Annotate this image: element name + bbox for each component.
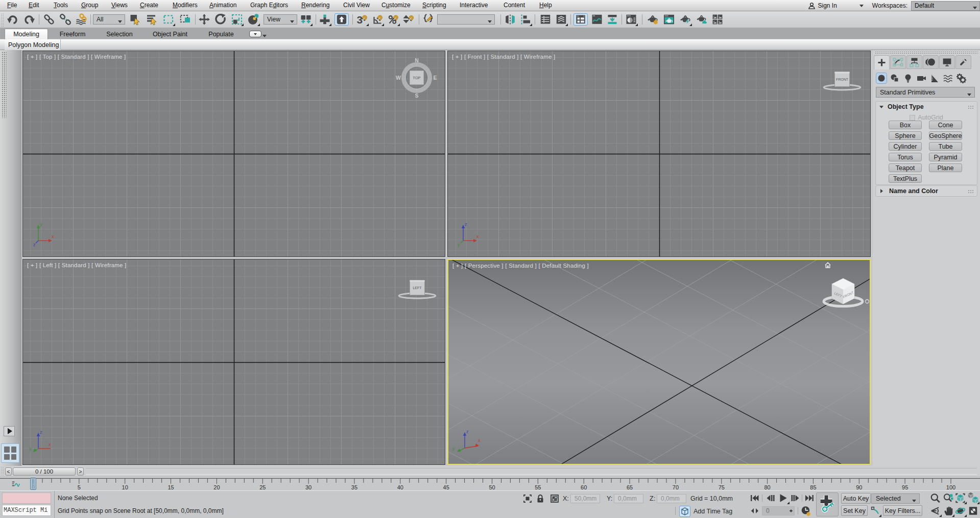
viewcube[interactable]: LEFT <box>399 280 436 299</box>
sign-in-caret-icon[interactable] <box>859 5 864 9</box>
z-coordinate-field[interactable]: 0,0mm <box>657 494 686 503</box>
pan-view-button[interactable] <box>942 505 954 516</box>
layout-flyout-button[interactable] <box>4 426 15 436</box>
selection-lock-toggle[interactable] <box>535 493 545 504</box>
time-configuration-button[interactable] <box>800 505 811 516</box>
menu-interactive[interactable]: Interactive <box>460 2 488 9</box>
viewcube-home-icon[interactable] <box>825 263 830 268</box>
viewcube-face-label[interactable]: FRONT <box>836 78 849 81</box>
bind-to-space-warp-button[interactable] <box>75 13 88 26</box>
set-keys-big-button[interactable] <box>816 492 839 516</box>
viewport-front-label[interactable]: [ + ] [ Front ] [ Standard ] [ Wireframe… <box>452 54 555 60</box>
category-spacewarps[interactable] <box>942 73 953 84</box>
viewcube-face-label[interactable]: LEFT <box>413 286 422 290</box>
menu-animation[interactable]: Animation <box>209 2 236 9</box>
zoom-all-button[interactable] <box>942 492 954 504</box>
command-tab-modify[interactable] <box>890 55 906 69</box>
menu-group[interactable]: Group <box>81 2 98 9</box>
primitive-category-dropdown[interactable]: Standard Primitives <box>876 87 975 98</box>
undo-button[interactable] <box>6 13 18 26</box>
current-frame-field[interactable]: 0 <box>762 506 795 515</box>
zoom-extents-button[interactable] <box>954 492 966 504</box>
command-tab-display[interactable] <box>939 55 955 69</box>
viewcube[interactable]: LEFTFRONT <box>824 263 869 307</box>
menu-help[interactable]: Help <box>539 2 552 9</box>
go-to-end-button[interactable] <box>804 493 815 503</box>
use-pivot-point-center-button[interactable] <box>300 13 312 26</box>
viewcube-face-label[interactable]: TOP <box>413 76 420 80</box>
viewport-left[interactable]: LEFTzxy[ + ] [ Left ] [ Standard ] [ Wir… <box>22 259 445 465</box>
render-in-cloud-button[interactable] <box>696 13 708 26</box>
category-systems[interactable] <box>955 73 967 84</box>
object-button-textplus[interactable]: TextPlus <box>889 174 922 183</box>
command-tab-create[interactable] <box>874 55 890 69</box>
workspaces-dropdown[interactable]: Default <box>911 1 980 11</box>
go-to-start-button[interactable] <box>749 493 760 503</box>
maxscript-mini-listener-field[interactable]: MAXScript Mi <box>2 505 51 516</box>
mirror-button[interactable] <box>504 13 516 26</box>
viewport-top[interactable]: TOPNSWEyxz[ + ] [ Top ] [ Standard ] [ W… <box>22 51 445 257</box>
rectangular-selection-region-button[interactable] <box>162 13 175 26</box>
maxscript-macro-recorder-field[interactable] <box>2 492 51 504</box>
key-filter-selection-dropdown[interactable]: Selected <box>871 493 920 504</box>
object-button-geosphere[interactable]: GeoSphere <box>929 131 962 140</box>
viewport-perspective[interactable]: LEFTFRONTzxy[ + ] [ Perspective ] [ Stan… <box>447 259 871 465</box>
absolute-offset-mode-toggle[interactable] <box>549 493 560 504</box>
select-and-manipulate-button[interactable] <box>247 13 259 26</box>
category-geometry[interactable] <box>876 73 887 84</box>
name-and-color-rollout-header[interactable]: Name and Color <box>876 186 977 196</box>
viewport-left-label[interactable]: [ + ] [ Left ] [ Standard ] [ Wireframe … <box>27 262 127 268</box>
menu-tools[interactable]: Tools <box>54 2 68 9</box>
viewport-top-label[interactable]: [ + ] [ Top ] [ Standard ] [ Wireframe ] <box>27 54 126 60</box>
category-lights[interactable] <box>902 73 914 84</box>
ribbon-options-caret-icon[interactable] <box>262 35 267 39</box>
x-coordinate-field[interactable]: 50,0mm <box>570 494 600 503</box>
toggle-scene-explorer-button[interactable] <box>539 13 552 26</box>
set-key-button[interactable]: Set Key <box>841 505 868 516</box>
category-shapes[interactable] <box>889 73 900 84</box>
autogrid-checkbox[interactable] <box>910 115 915 121</box>
render-production-button[interactable] <box>679 13 691 26</box>
object-type-rollout-header[interactable]: Object Type <box>876 102 977 112</box>
menu-modifiers[interactable]: Modifiers <box>173 2 198 9</box>
compass-west-label[interactable]: W <box>396 75 401 81</box>
ribbon-minimize-button[interactable] <box>249 31 261 37</box>
add-time-tag-icon[interactable] <box>679 506 690 517</box>
snaps-toggle-3d[interactable]: 3 <box>356 13 368 26</box>
previous-frame-arrow-button[interactable]: < <box>5 467 12 476</box>
viewport-perspective-label[interactable]: [ + ] [ Perspective ] [ Standard ] [ Def… <box>452 263 589 269</box>
unlink-selection-button[interactable] <box>59 13 71 26</box>
ribbon-tab-populate[interactable]: Populate <box>199 29 243 39</box>
compass-south-label[interactable]: S <box>415 92 418 99</box>
key-filters-button[interactable]: Key Filters... <box>883 505 922 516</box>
select-and-rotate-button[interactable] <box>214 13 227 26</box>
object-button-box[interactable]: Box <box>889 121 922 129</box>
redo-button[interactable] <box>23 13 36 26</box>
reference-coordinate-system-dropdown[interactable]: View <box>264 14 297 25</box>
percent-snap-toggle[interactable] <box>387 13 399 26</box>
key-mode-toggle[interactable] <box>750 506 760 516</box>
object-button-teapot[interactable]: Teapot <box>889 163 922 172</box>
category-helpers[interactable] <box>929 73 940 84</box>
viewport-layout-quad-button[interactable] <box>1 443 19 463</box>
select-object-button[interactable] <box>129 13 141 26</box>
viewcube[interactable]: FRONT <box>824 72 861 90</box>
render-setup-button[interactable] <box>647 13 659 26</box>
menu-file[interactable]: File <box>7 2 17 9</box>
command-tab-hierarchy[interactable] <box>906 55 922 69</box>
ribbon-tab-selection[interactable]: Selection <box>98 29 141 39</box>
previous-frame-button[interactable] <box>764 493 776 503</box>
field-of-view-button[interactable] <box>929 505 941 516</box>
object-button-torus[interactable]: Torus <box>889 153 922 161</box>
maximize-viewport-toggle[interactable] <box>967 505 979 516</box>
menu-rendering[interactable]: Rendering <box>301 2 329 9</box>
keyboard-shortcut-override-toggle[interactable] <box>334 13 349 26</box>
polygon-modeling-panel-tab[interactable]: Polygon Modeling <box>5 39 61 50</box>
select-and-link-button[interactable] <box>43 13 55 26</box>
select-and-place-button[interactable] <box>319 13 331 26</box>
align-button[interactable] <box>519 13 532 26</box>
toggle-layer-explorer-button[interactable] <box>555 13 567 26</box>
next-frame-button[interactable] <box>790 493 801 503</box>
edit-named-selection-sets-button[interactable] <box>423 13 435 26</box>
object-button-pyramid[interactable]: Pyramid <box>929 153 962 161</box>
